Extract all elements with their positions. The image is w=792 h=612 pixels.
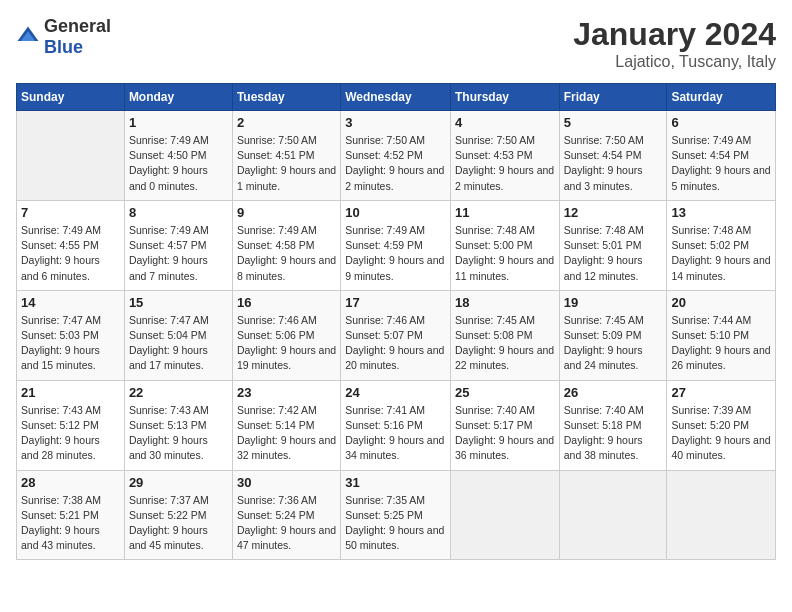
day-number: 7 — [21, 205, 120, 220]
weekday-header-thursday: Thursday — [450, 84, 559, 111]
day-info: Sunrise: 7:43 AMSunset: 5:13 PMDaylight:… — [129, 403, 228, 464]
day-info: Sunrise: 7:48 AMSunset: 5:00 PMDaylight:… — [455, 223, 555, 284]
day-info: Sunrise: 7:44 AMSunset: 5:10 PMDaylight:… — [671, 313, 771, 374]
day-number: 29 — [129, 475, 228, 490]
calendar-cell: 9Sunrise: 7:49 AMSunset: 4:58 PMDaylight… — [232, 200, 340, 290]
day-info: Sunrise: 7:50 AMSunset: 4:51 PMDaylight:… — [237, 133, 336, 194]
calendar-cell — [559, 470, 667, 560]
calendar-cell: 14Sunrise: 7:47 AMSunset: 5:03 PMDayligh… — [17, 290, 125, 380]
day-number: 12 — [564, 205, 663, 220]
weekday-header-friday: Friday — [559, 84, 667, 111]
day-number: 10 — [345, 205, 446, 220]
day-number: 27 — [671, 385, 771, 400]
logo-icon — [16, 25, 40, 49]
calendar-cell: 3Sunrise: 7:50 AMSunset: 4:52 PMDaylight… — [341, 111, 451, 201]
calendar-cell: 5Sunrise: 7:50 AMSunset: 4:54 PMDaylight… — [559, 111, 667, 201]
weekday-header-saturday: Saturday — [667, 84, 776, 111]
calendar-cell: 17Sunrise: 7:46 AMSunset: 5:07 PMDayligh… — [341, 290, 451, 380]
day-number: 26 — [564, 385, 663, 400]
calendar-cell: 11Sunrise: 7:48 AMSunset: 5:00 PMDayligh… — [450, 200, 559, 290]
day-info: Sunrise: 7:50 AMSunset: 4:52 PMDaylight:… — [345, 133, 446, 194]
calendar-cell: 1Sunrise: 7:49 AMSunset: 4:50 PMDaylight… — [124, 111, 232, 201]
weekday-header-row: SundayMondayTuesdayWednesdayThursdayFrid… — [17, 84, 776, 111]
logo-general-text: General — [44, 16, 111, 36]
calendar-cell: 15Sunrise: 7:47 AMSunset: 5:04 PMDayligh… — [124, 290, 232, 380]
calendar-cell: 20Sunrise: 7:44 AMSunset: 5:10 PMDayligh… — [667, 290, 776, 380]
day-number: 23 — [237, 385, 336, 400]
day-number: 19 — [564, 295, 663, 310]
calendar-cell: 21Sunrise: 7:43 AMSunset: 5:12 PMDayligh… — [17, 380, 125, 470]
calendar-cell — [667, 470, 776, 560]
day-info: Sunrise: 7:48 AMSunset: 5:01 PMDaylight:… — [564, 223, 663, 284]
week-row-2: 7Sunrise: 7:49 AMSunset: 4:55 PMDaylight… — [17, 200, 776, 290]
day-number: 24 — [345, 385, 446, 400]
calendar-cell: 23Sunrise: 7:42 AMSunset: 5:14 PMDayligh… — [232, 380, 340, 470]
calendar-cell — [17, 111, 125, 201]
day-info: Sunrise: 7:46 AMSunset: 5:06 PMDaylight:… — [237, 313, 336, 374]
week-row-1: 1Sunrise: 7:49 AMSunset: 4:50 PMDaylight… — [17, 111, 776, 201]
day-info: Sunrise: 7:49 AMSunset: 4:54 PMDaylight:… — [671, 133, 771, 194]
calendar-cell: 30Sunrise: 7:36 AMSunset: 5:24 PMDayligh… — [232, 470, 340, 560]
day-number: 30 — [237, 475, 336, 490]
calendar-cell: 31Sunrise: 7:35 AMSunset: 5:25 PMDayligh… — [341, 470, 451, 560]
day-info: Sunrise: 7:37 AMSunset: 5:22 PMDaylight:… — [129, 493, 228, 554]
day-info: Sunrise: 7:42 AMSunset: 5:14 PMDaylight:… — [237, 403, 336, 464]
calendar-cell: 16Sunrise: 7:46 AMSunset: 5:06 PMDayligh… — [232, 290, 340, 380]
day-number: 13 — [671, 205, 771, 220]
week-row-3: 14Sunrise: 7:47 AMSunset: 5:03 PMDayligh… — [17, 290, 776, 380]
day-number: 21 — [21, 385, 120, 400]
day-number: 5 — [564, 115, 663, 130]
logo: General Blue — [16, 16, 111, 58]
day-number: 16 — [237, 295, 336, 310]
day-info: Sunrise: 7:48 AMSunset: 5:02 PMDaylight:… — [671, 223, 771, 284]
calendar-cell: 13Sunrise: 7:48 AMSunset: 5:02 PMDayligh… — [667, 200, 776, 290]
calendar-cell: 28Sunrise: 7:38 AMSunset: 5:21 PMDayligh… — [17, 470, 125, 560]
calendar-cell: 22Sunrise: 7:43 AMSunset: 5:13 PMDayligh… — [124, 380, 232, 470]
calendar-cell — [450, 470, 559, 560]
calendar-cell: 27Sunrise: 7:39 AMSunset: 5:20 PMDayligh… — [667, 380, 776, 470]
calendar-cell: 24Sunrise: 7:41 AMSunset: 5:16 PMDayligh… — [341, 380, 451, 470]
day-info: Sunrise: 7:40 AMSunset: 5:17 PMDaylight:… — [455, 403, 555, 464]
day-number: 3 — [345, 115, 446, 130]
day-info: Sunrise: 7:39 AMSunset: 5:20 PMDaylight:… — [671, 403, 771, 464]
title-block: January 2024 Lajatico, Tuscany, Italy — [573, 16, 776, 71]
month-year-title: January 2024 — [573, 16, 776, 53]
calendar-cell: 6Sunrise: 7:49 AMSunset: 4:54 PMDaylight… — [667, 111, 776, 201]
day-number: 9 — [237, 205, 336, 220]
weekday-header-monday: Monday — [124, 84, 232, 111]
day-number: 31 — [345, 475, 446, 490]
day-info: Sunrise: 7:36 AMSunset: 5:24 PMDaylight:… — [237, 493, 336, 554]
day-number: 14 — [21, 295, 120, 310]
calendar-cell: 25Sunrise: 7:40 AMSunset: 5:17 PMDayligh… — [450, 380, 559, 470]
day-info: Sunrise: 7:40 AMSunset: 5:18 PMDaylight:… — [564, 403, 663, 464]
day-info: Sunrise: 7:47 AMSunset: 5:04 PMDaylight:… — [129, 313, 228, 374]
calendar-cell: 18Sunrise: 7:45 AMSunset: 5:08 PMDayligh… — [450, 290, 559, 380]
calendar-cell: 26Sunrise: 7:40 AMSunset: 5:18 PMDayligh… — [559, 380, 667, 470]
day-info: Sunrise: 7:50 AMSunset: 4:54 PMDaylight:… — [564, 133, 663, 194]
day-number: 2 — [237, 115, 336, 130]
calendar-cell: 10Sunrise: 7:49 AMSunset: 4:59 PMDayligh… — [341, 200, 451, 290]
calendar-cell: 19Sunrise: 7:45 AMSunset: 5:09 PMDayligh… — [559, 290, 667, 380]
day-info: Sunrise: 7:49 AMSunset: 4:50 PMDaylight:… — [129, 133, 228, 194]
day-info: Sunrise: 7:38 AMSunset: 5:21 PMDaylight:… — [21, 493, 120, 554]
day-info: Sunrise: 7:49 AMSunset: 4:57 PMDaylight:… — [129, 223, 228, 284]
day-number: 25 — [455, 385, 555, 400]
location-subtitle: Lajatico, Tuscany, Italy — [573, 53, 776, 71]
calendar-table: SundayMondayTuesdayWednesdayThursdayFrid… — [16, 83, 776, 560]
calendar-cell: 7Sunrise: 7:49 AMSunset: 4:55 PMDaylight… — [17, 200, 125, 290]
day-info: Sunrise: 7:35 AMSunset: 5:25 PMDaylight:… — [345, 493, 446, 554]
day-number: 28 — [21, 475, 120, 490]
week-row-5: 28Sunrise: 7:38 AMSunset: 5:21 PMDayligh… — [17, 470, 776, 560]
day-number: 20 — [671, 295, 771, 310]
day-info: Sunrise: 7:49 AMSunset: 4:55 PMDaylight:… — [21, 223, 120, 284]
weekday-header-sunday: Sunday — [17, 84, 125, 111]
day-info: Sunrise: 7:46 AMSunset: 5:07 PMDaylight:… — [345, 313, 446, 374]
day-number: 11 — [455, 205, 555, 220]
weekday-header-tuesday: Tuesday — [232, 84, 340, 111]
calendar-cell: 4Sunrise: 7:50 AMSunset: 4:53 PMDaylight… — [450, 111, 559, 201]
day-info: Sunrise: 7:43 AMSunset: 5:12 PMDaylight:… — [21, 403, 120, 464]
calendar-cell: 2Sunrise: 7:50 AMSunset: 4:51 PMDaylight… — [232, 111, 340, 201]
weekday-header-wednesday: Wednesday — [341, 84, 451, 111]
page-header: General Blue January 2024 Lajatico, Tusc… — [16, 16, 776, 71]
day-info: Sunrise: 7:49 AMSunset: 4:58 PMDaylight:… — [237, 223, 336, 284]
